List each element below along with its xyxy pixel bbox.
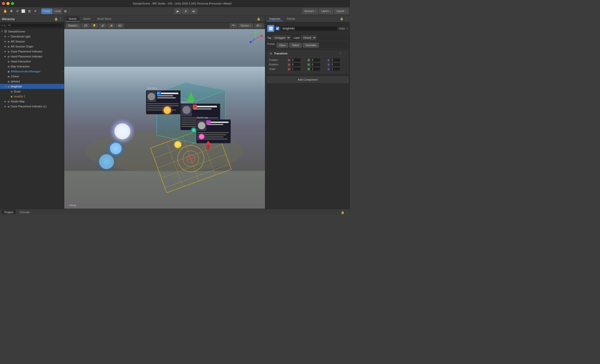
hierarchy-item-hand-placement[interactable]: ▶ ◉ Hand Placement Indicator xyxy=(0,54,64,59)
component-more[interactable]: ⋮ xyxy=(344,52,346,55)
hierarchy-item-head-interaction[interactable]: ◉ Head Interaction xyxy=(0,59,64,64)
gizmo-widget: X Y Z xyxy=(248,31,263,46)
all-dropdown[interactable]: All ▾ xyxy=(254,23,264,28)
project-menu[interactable]: ⋮ xyxy=(346,211,348,214)
svg-text:Rachel Lipp: Rachel Lipp xyxy=(197,116,208,119)
move-tool[interactable]: ✥ xyxy=(8,8,14,14)
arrow-right: › xyxy=(62,85,63,88)
item-label: Map Interaction xyxy=(11,65,30,68)
add-component-button[interactable]: Add Component xyxy=(267,76,348,83)
hierarchy-scene-root[interactable]: ▼ 🎬 SampleScene ⋮ xyxy=(0,29,64,34)
obj-name-input[interactable] xyxy=(281,26,338,31)
rot-x-input[interactable] xyxy=(291,63,301,66)
pos-z-input[interactable] xyxy=(330,58,340,62)
step-button[interactable]: ⏭ xyxy=(190,8,197,14)
rot-y-input[interactable] xyxy=(310,63,320,66)
viewport[interactable]: Ai Jiaqi Wang Hayoon Choi xyxy=(64,29,265,209)
layers-dropdown[interactable]: Layers ▾ xyxy=(319,8,333,14)
item-label: Clicker xyxy=(11,75,19,78)
account-dropdown[interactable]: Account ▾ xyxy=(302,8,318,14)
hierarchy-item-quad[interactable]: ◉ Quad xyxy=(0,89,64,94)
camera-settings[interactable]: 📷 xyxy=(230,23,237,28)
overrides-button[interactable]: Overrides xyxy=(303,43,319,48)
grid-button[interactable]: ⊞ xyxy=(63,8,68,14)
hierarchy-item-directional-light[interactable]: ▶ ☀ Directional Light xyxy=(0,34,64,39)
hierarchy-item-ar-session-origin[interactable]: ▶ ◉ AR Session Origin xyxy=(0,44,64,49)
local-button[interactable]: Local xyxy=(53,8,62,14)
play-button[interactable]: ▶ xyxy=(174,8,181,14)
maximize-button[interactable] xyxy=(11,2,14,5)
center-button[interactable]: Center xyxy=(41,8,52,14)
2d-button[interactable]: 2D xyxy=(82,23,90,28)
gizmos-dropdown[interactable]: Gizmos ▾ xyxy=(238,23,253,28)
active-checkbox[interactable] xyxy=(276,27,279,30)
scene-menu[interactable]: ⋮ xyxy=(260,17,264,21)
project-tab-bar: Project Console 🔒 ⋮ xyxy=(0,209,350,214)
scale-tool[interactable]: ⬜ xyxy=(20,8,26,14)
select-button[interactable]: Select xyxy=(289,43,302,48)
scene-menu[interactable]: ⋮ xyxy=(60,30,63,33)
scene-lock[interactable]: 🔒 xyxy=(257,17,260,21)
hierarchy-item-armanomotion[interactable]: ◉ ARManomotionManager › xyxy=(0,69,64,74)
inspector-lock[interactable]: 🔒 xyxy=(340,17,344,21)
shading-dropdown[interactable]: Shaded ▾ xyxy=(66,23,81,28)
rect-tool[interactable]: ⊞ xyxy=(26,8,32,14)
menu-icon[interactable]: ⋮ xyxy=(59,17,62,21)
transform-tool[interactable]: ✕ xyxy=(32,8,38,14)
tag-select[interactable]: Untagged xyxy=(272,35,291,40)
gizmos-label: Gizmos xyxy=(240,24,249,27)
hierarchy-item-studio-map[interactable]: ▶ ◉ Studio Map xyxy=(0,99,64,104)
static-chevron[interactable]: ▾ xyxy=(347,27,348,30)
component-help[interactable]: ? xyxy=(340,52,341,55)
transform-header[interactable]: ⊞ Transform ? ⋮ xyxy=(267,50,348,57)
scale-z-input[interactable] xyxy=(330,67,340,71)
fx-button[interactable]: ✨ xyxy=(108,23,115,28)
svg-text:Ai: Ai xyxy=(157,92,160,95)
tab-asset-store[interactable]: Asset Store xyxy=(94,16,114,22)
hierarchy-item-deleted[interactable]: ◉ deleted xyxy=(0,79,64,84)
light-button[interactable]: 💡 xyxy=(90,23,98,28)
toolbar: ✋ ✥ ↺ ⬜ ⊞ ✕ Center Local ⊞ ▶ ⏸ ⏭ Account… xyxy=(0,7,350,15)
pos-y-field: Y xyxy=(307,58,326,62)
minimize-button[interactable] xyxy=(6,2,10,5)
tab-github[interactable]: GitHub xyxy=(284,17,297,21)
hierarchy-item-map-interaction[interactable]: ◉ Map Interaction xyxy=(0,64,64,69)
project-lock[interactable]: 🔒 xyxy=(341,211,344,214)
layer-label: Layer xyxy=(294,36,300,39)
scale-x-input[interactable] xyxy=(291,67,301,71)
hand-tool[interactable]: ✋ xyxy=(2,8,8,14)
rx-label: X xyxy=(288,63,290,66)
pos-y-input[interactable] xyxy=(310,58,320,62)
hierarchy-item-clicker[interactable]: ◉ Clicker xyxy=(0,74,64,79)
lock-icon[interactable]: 🔒 xyxy=(54,17,58,21)
tab-project[interactable]: Project xyxy=(2,210,16,214)
rotate-tool[interactable]: ↺ xyxy=(14,8,20,14)
pause-button[interactable]: ⏸ xyxy=(182,8,189,14)
tab-game[interactable]: Game xyxy=(80,16,94,22)
open-button[interactable]: Open xyxy=(276,43,288,48)
hierarchy-search-input[interactable] xyxy=(6,23,62,28)
tab-scene[interactable]: Scene xyxy=(66,16,80,22)
tab-console[interactable]: Console xyxy=(16,210,32,214)
obj-icon: ◉ xyxy=(8,65,10,68)
hierarchy-item-gaze-placement[interactable]: ▶ ◉ Gaze Placement Indicator xyxy=(0,49,64,54)
hierarchy-item-ar-session[interactable]: ▶ ◉ AR Session xyxy=(0,39,64,44)
tab-inspector[interactable]: Inspector xyxy=(267,17,282,21)
svg-rect-24 xyxy=(147,103,179,104)
svg-point-55 xyxy=(114,123,130,139)
layer-select[interactable]: Default xyxy=(301,35,316,40)
hierarchy-item-gaze-1[interactable]: ▶ ◉ Gaze Placement Indicator (1) xyxy=(0,104,64,109)
audio-button[interactable]: 🔊 xyxy=(99,23,106,28)
layout-dropdown[interactable]: Layout ▾ xyxy=(334,8,348,14)
ry-label: Y xyxy=(307,63,310,66)
close-button[interactable] xyxy=(2,2,5,5)
inspector-menu[interactable]: ⋮ xyxy=(345,17,348,21)
rot-z-input[interactable] xyxy=(330,63,340,66)
scale-y-input[interactable] xyxy=(310,67,320,71)
hierarchy-item-head3d1[interactable]: ◉ head3d 1 xyxy=(0,94,64,99)
render-btn[interactable]: ⊞2 xyxy=(116,23,124,28)
pos-x-input[interactable] xyxy=(291,58,301,62)
position-inputs: X Y Z xyxy=(288,58,346,62)
arrow: ▶ xyxy=(4,55,8,58)
hierarchy-item-dragholo[interactable]: ▼ ◉ dragHolo › xyxy=(0,84,64,89)
